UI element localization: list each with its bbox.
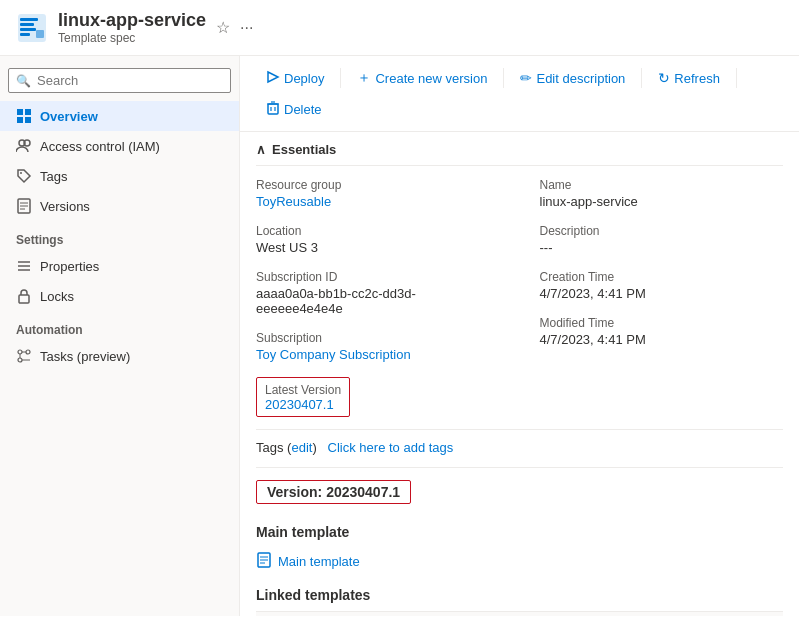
- essentials-left: Resource group ToyReusable Location West…: [256, 178, 500, 417]
- resource-group-field: Resource group ToyReusable: [256, 178, 500, 209]
- main-template-link-row[interactable]: Main template: [256, 548, 783, 575]
- sidebar-item-tags[interactable]: Tags: [0, 161, 239, 191]
- essentials-right: Name linux-app-service Description --- C…: [540, 178, 784, 417]
- plus-icon: ＋: [357, 69, 371, 87]
- sidebar-section-settings: Settings: [0, 221, 239, 251]
- more-button[interactable]: ···: [238, 17, 255, 39]
- sidebar: 🔍 Overview Access control (IAM) Tags: [0, 56, 240, 616]
- tags-row: Tags (edit) Click here to add tags: [256, 430, 783, 468]
- toolbar-sep-1: [340, 68, 341, 88]
- linked-templates-section: Linked templates Relative path No linked…: [256, 587, 783, 616]
- tags-edit-link[interactable]: edit: [291, 440, 312, 455]
- deploy-icon: [266, 70, 280, 87]
- locks-icon: [16, 288, 32, 304]
- sidebar-section-automation: Automation: [0, 311, 239, 341]
- delete-button[interactable]: Delete: [256, 96, 332, 123]
- favorite-button[interactable]: ☆: [214, 16, 232, 39]
- add-tags-link[interactable]: Click here to add tags: [328, 440, 454, 455]
- latest-version-box: Latest Version 20230407.1: [256, 377, 350, 417]
- tags-icon: [16, 168, 32, 184]
- linked-templates-title: Linked templates: [256, 587, 783, 603]
- svg-rect-28: [268, 104, 278, 114]
- versions-icon: [16, 198, 32, 214]
- sidebar-item-label-locks: Locks: [40, 289, 74, 304]
- svg-rect-7: [25, 109, 31, 115]
- iam-icon: [16, 138, 32, 154]
- subscription-link[interactable]: Toy Company Subscription: [256, 347, 500, 362]
- sidebar-item-label-tasks: Tasks (preview): [40, 349, 130, 364]
- svg-rect-5: [36, 30, 44, 38]
- svg-rect-9: [25, 117, 31, 123]
- search-input[interactable]: [8, 68, 231, 93]
- refresh-button[interactable]: ↻ Refresh: [648, 65, 730, 91]
- description-field: Description ---: [540, 224, 784, 255]
- template-file-icon: [256, 552, 272, 571]
- header-actions: ☆ ···: [214, 16, 255, 39]
- tasks-icon: [16, 348, 32, 364]
- main-template-link[interactable]: Main template: [278, 554, 360, 569]
- svg-point-22: [26, 350, 30, 354]
- modified-time-field: Modified Time 4/7/2023, 4:41 PM: [540, 316, 784, 347]
- sidebar-item-label-overview: Overview: [40, 109, 98, 124]
- table-header-relative-path: Relative path: [256, 611, 783, 616]
- sidebar-item-tasks[interactable]: Tasks (preview): [0, 341, 239, 371]
- essentials-section-header[interactable]: ∧ Essentials: [256, 132, 783, 166]
- sidebar-item-locks[interactable]: Locks: [0, 281, 239, 311]
- subscription-field: Subscription Toy Company Subscription: [256, 331, 500, 362]
- svg-rect-20: [19, 295, 29, 303]
- main-template-title: Main template: [256, 524, 783, 540]
- content-area: ∧ Essentials Resource group ToyReusable …: [240, 132, 799, 616]
- deploy-button[interactable]: Deploy: [256, 65, 334, 92]
- version-header-box: Version: 20230407.1: [256, 480, 411, 504]
- sidebar-item-properties[interactable]: Properties: [0, 251, 239, 281]
- main-content: Deploy ＋ Create new version ✏ Edit descr…: [240, 56, 799, 616]
- edit-description-button[interactable]: ✏ Edit description: [510, 65, 635, 91]
- sidebar-item-iam[interactable]: Access control (IAM): [0, 131, 239, 161]
- sidebar-item-label-versions: Versions: [40, 199, 90, 214]
- sidebar-item-label-tags: Tags: [40, 169, 67, 184]
- toolbar-sep-2: [503, 68, 504, 88]
- svg-point-12: [20, 172, 22, 174]
- creation-time-field: Creation Time 4/7/2023, 4:41 PM: [540, 270, 784, 301]
- sidebar-item-label-iam: Access control (IAM): [40, 139, 160, 154]
- svg-rect-1: [20, 18, 38, 21]
- page-subtitle: Template spec: [58, 31, 206, 45]
- header-title-group: linux-app-service Template spec: [58, 10, 206, 45]
- template-spec-icon: [16, 12, 48, 44]
- properties-icon: [16, 258, 32, 274]
- toolbar-sep-3: [641, 68, 642, 88]
- sidebar-item-label-properties: Properties: [40, 259, 99, 274]
- svg-rect-3: [20, 28, 36, 31]
- svg-rect-2: [20, 23, 34, 26]
- page-title: linux-app-service: [58, 10, 206, 31]
- version-section: Version: 20230407.1 Main template Main t…: [256, 480, 783, 616]
- svg-point-21: [18, 350, 22, 354]
- search-icon: 🔍: [16, 74, 31, 88]
- sidebar-search-container: 🔍: [8, 68, 231, 93]
- chevron-down-icon: ∧: [256, 142, 266, 157]
- sidebar-item-versions[interactable]: Versions: [0, 191, 239, 221]
- name-field: Name linux-app-service: [540, 178, 784, 209]
- refresh-icon: ↻: [658, 70, 670, 86]
- main-layout: 🔍 Overview Access control (IAM) Tags: [0, 56, 799, 616]
- location-field: Location West US 3: [256, 224, 500, 255]
- essentials-grid: Resource group ToyReusable Location West…: [256, 178, 783, 430]
- svg-rect-8: [17, 117, 23, 123]
- sidebar-item-overview[interactable]: Overview: [0, 101, 239, 131]
- toolbar-sep-4: [736, 68, 737, 88]
- tags-label: Tags: [256, 440, 283, 455]
- delete-icon: [266, 101, 280, 118]
- svg-rect-4: [20, 33, 30, 36]
- svg-point-23: [18, 358, 22, 362]
- svg-marker-27: [268, 72, 278, 82]
- toolbar: Deploy ＋ Create new version ✏ Edit descr…: [240, 56, 799, 132]
- create-version-button[interactable]: ＋ Create new version: [347, 64, 497, 92]
- svg-rect-6: [17, 109, 23, 115]
- latest-version-link[interactable]: 20230407.1: [265, 397, 334, 412]
- overview-icon: [16, 108, 32, 124]
- subscription-id-field: Subscription ID aaaa0a0a-bb1b-cc2c-dd3d-…: [256, 270, 500, 316]
- page-header: linux-app-service Template spec ☆ ···: [0, 0, 799, 56]
- resource-group-link[interactable]: ToyReusable: [256, 194, 500, 209]
- edit-icon: ✏: [520, 70, 532, 86]
